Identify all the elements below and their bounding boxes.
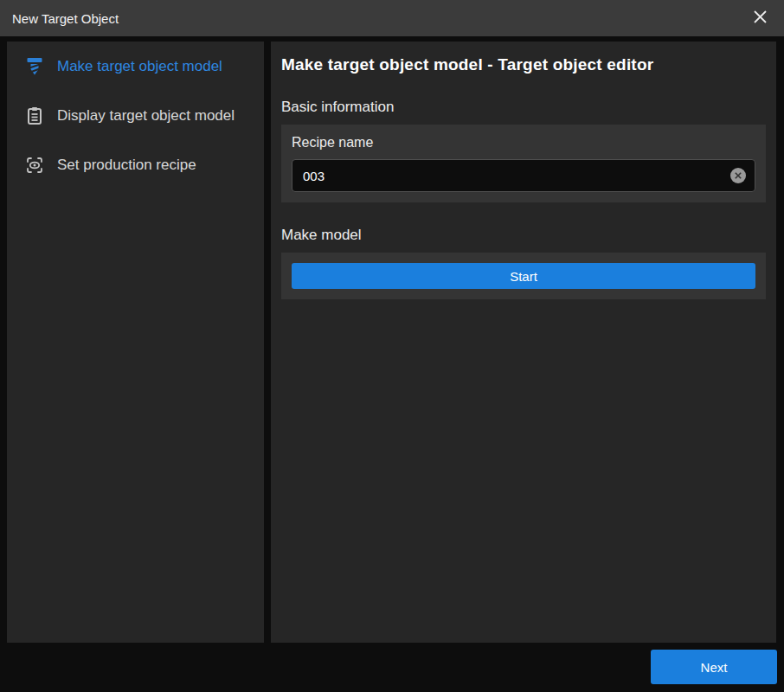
sidebar-item-label: Set production recipe [57, 157, 196, 174]
make-model-panel: Start [281, 253, 766, 299]
basic-information-panel: Recipe name [281, 125, 766, 202]
dialog-window: New Target Object [0, 0, 784, 692]
focus-eye-icon [24, 155, 45, 176]
main-panel: Make target object model - Target object… [271, 42, 776, 643]
sidebar-item-display-target-object-model[interactable]: Display target object model [7, 91, 264, 140]
close-button[interactable] [736, 0, 784, 36]
clear-input-icon[interactable] [729, 167, 747, 184]
sidebar-item-set-production-recipe[interactable]: Set production recipe [7, 140, 264, 189]
recipe-name-field-wrap [292, 159, 755, 192]
section-label-make-model: Make model [281, 227, 766, 244]
start-button[interactable]: Start [292, 263, 755, 289]
sidebar-item-label: Display target object model [57, 107, 235, 125]
recipe-name-label: Recipe name [292, 135, 755, 151]
window-title: New Target Object [12, 11, 119, 26]
page-title: Make target object model - Target object… [281, 55, 766, 74]
wizard-steps-sidebar: Make target object model Display target … [7, 42, 264, 643]
screw-icon [24, 56, 45, 77]
sidebar-item-make-target-object-model[interactable]: Make target object model [7, 42, 264, 91]
next-button[interactable]: Next [651, 650, 777, 684]
close-icon [752, 9, 768, 29]
title-bar: New Target Object [0, 0, 784, 36]
section-label-basic-information: Basic information [281, 99, 766, 116]
recipe-name-input[interactable] [292, 159, 755, 192]
sidebar-item-label: Make target object model [57, 58, 222, 75]
clipboard-icon [24, 106, 45, 126]
